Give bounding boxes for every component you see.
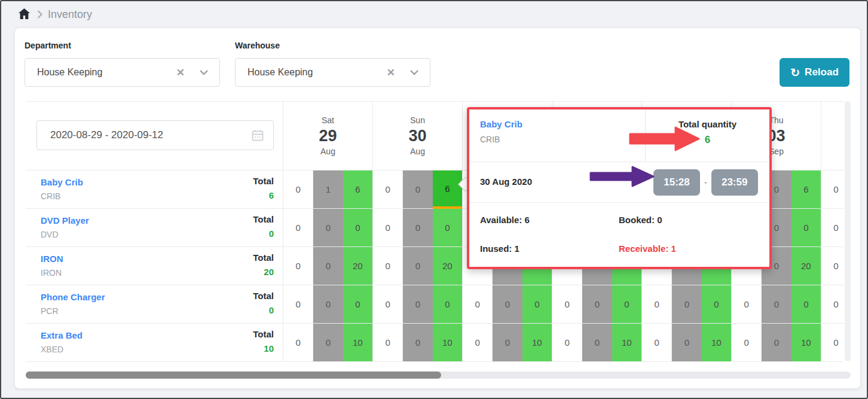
date-range-input[interactable]: 2020-08-29 - 2020-09-12	[36, 120, 274, 150]
inventory-cell[interactable]: 6	[791, 170, 821, 209]
inventory-cell[interactable]: 20	[791, 247, 821, 285]
inventory-cell[interactable]: 0	[403, 209, 432, 247]
inventory-cell[interactable]: 0	[732, 285, 762, 324]
home-icon[interactable]	[18, 8, 30, 20]
inventory-cell[interactable]: 0	[433, 209, 462, 247]
inventory-cell[interactable]: 0	[283, 247, 313, 285]
inventory-cell[interactable]: 10	[343, 324, 372, 362]
inventory-cell[interactable]: 10	[791, 324, 821, 362]
inventory-cell[interactable]: 0	[582, 324, 612, 362]
inventory-cell[interactable]: 0	[552, 285, 582, 324]
clear-icon[interactable]: ✕	[176, 66, 185, 79]
chevron-down-icon[interactable]	[409, 69, 419, 75]
inventory-cell[interactable]: 0	[403, 285, 432, 324]
inventory-cell[interactable]: 10	[433, 324, 462, 362]
inventory-cell[interactable]: 0	[343, 209, 372, 247]
inventory-cell[interactable]: 6	[343, 170, 372, 209]
reload-label: Reload	[805, 66, 839, 78]
item-name-link[interactable]: DVD Player	[41, 215, 89, 226]
inventory-cell[interactable]: 0	[373, 285, 403, 324]
refresh-icon: ↻	[790, 66, 800, 80]
department-select[interactable]: House Keeping ✕	[25, 58, 220, 87]
inventory-cell[interactable]: 0	[433, 285, 462, 324]
inventory-cell[interactable]: 0	[283, 285, 313, 324]
reload-button[interactable]: ↻ Reload	[780, 58, 849, 87]
inventory-cell[interactable]: 0	[821, 247, 843, 285]
item-name-link[interactable]: IRON	[41, 254, 63, 264]
inventory-cell[interactable]: 0	[582, 285, 612, 324]
inventory-cell[interactable]: 0	[373, 324, 403, 362]
inventory-cell[interactable]: 0	[403, 324, 432, 362]
warehouse-select[interactable]: House Keeping ✕	[235, 58, 430, 87]
horizontal-scrollbar-thumb[interactable]	[26, 371, 441, 379]
inventory-cell[interactable]: 0	[642, 285, 672, 324]
popup-item-code: CRIB	[480, 135, 500, 144]
inventory-cell[interactable]: 6	[433, 170, 462, 209]
inventory-cell[interactable]: 0	[403, 170, 432, 209]
item-total-value: 0	[269, 229, 274, 239]
calendar-icon[interactable]	[252, 129, 264, 141]
inventory-cell[interactable]: 1	[313, 170, 343, 209]
inventory-cell[interactable]: 0	[373, 247, 403, 285]
vertical-scrollbar[interactable]	[845, 101, 851, 361]
chevron-down-icon[interactable]	[199, 69, 209, 75]
inventory-cell[interactable]: 0	[672, 324, 701, 362]
grid-row: 016	[283, 170, 372, 209]
clear-icon[interactable]: ✕	[387, 66, 395, 79]
inventory-cell[interactable]: 0	[612, 285, 641, 324]
day-header	[821, 102, 843, 170]
inventory-cell[interactable]: 10	[522, 324, 552, 362]
inventory-cell[interactable]: 0	[463, 324, 493, 362]
inventory-cell[interactable]: 0	[762, 324, 791, 362]
grid-row: 000	[283, 285, 372, 324]
inventory-cell[interactable]: 0	[463, 285, 493, 324]
inventory-cell[interactable]: 0	[672, 285, 701, 324]
inventory-cell[interactable]: 20	[343, 247, 372, 285]
popup-item-link[interactable]: Baby Crib	[480, 119, 522, 129]
inventory-cell[interactable]: 10	[612, 324, 641, 362]
inventory-cell[interactable]: 10	[702, 324, 731, 362]
inventory-cell[interactable]: 0	[791, 209, 821, 247]
inventory-cell[interactable]: 0	[821, 170, 843, 209]
inventory-cell[interactable]: 0	[791, 285, 821, 324]
item-total-label: Total	[253, 176, 274, 186]
inventory-cell[interactable]: 0	[552, 324, 582, 362]
inventory-cell[interactable]: 0	[373, 170, 403, 209]
inventory-cell[interactable]: 0	[313, 324, 343, 362]
inventory-page: Inventory Department House Keeping ✕ War…	[0, 0, 868, 399]
inventory-cell[interactable]: 0	[821, 324, 843, 362]
grid-row: 0020	[373, 247, 462, 285]
inventory-cell[interactable]: 0	[283, 209, 313, 247]
grid-row: 0	[821, 209, 843, 247]
inventory-cell[interactable]: 0	[313, 209, 343, 247]
inventory-cell[interactable]: 0	[762, 285, 791, 324]
inventory-cell[interactable]: 0	[403, 247, 432, 285]
horizontal-scrollbar-track[interactable]	[26, 371, 851, 379]
item-name-link[interactable]: Baby Crib	[41, 177, 83, 187]
time-from-badge: 15:28	[653, 169, 700, 196]
item-name-link[interactable]: Extra Bed	[41, 330, 82, 340]
item-total-label: Total	[253, 329, 274, 339]
inventory-cell[interactable]: 0	[373, 209, 403, 247]
inventory-cell[interactable]: 0	[313, 285, 343, 324]
inventory-cell[interactable]: 20	[433, 247, 462, 285]
day-header: Sun30Aug	[373, 102, 462, 170]
item-total-value: 10	[264, 343, 274, 354]
inventory-cell[interactable]: 0	[493, 324, 522, 362]
inventory-cell[interactable]: 0	[343, 285, 372, 324]
warehouse-label: Warehouse	[235, 41, 280, 50]
inventory-cell[interactable]: 0	[493, 285, 522, 324]
inventory-cell[interactable]: 0	[821, 285, 843, 324]
inventory-cell[interactable]: 0	[732, 324, 762, 362]
inventory-cell[interactable]: 0	[821, 209, 843, 247]
inventory-cell[interactable]: 0	[313, 247, 343, 285]
inventory-cell[interactable]: 0	[702, 285, 731, 324]
grid-row: 0010	[373, 324, 462, 362]
item-name-link[interactable]: Phone Charger	[41, 292, 105, 302]
inventory-cell[interactable]: 0	[522, 285, 552, 324]
item-total-label: Total	[253, 291, 274, 301]
grid-row: 0	[821, 247, 843, 285]
inventory-cell[interactable]: 0	[642, 324, 672, 362]
inventory-cell[interactable]: 0	[283, 324, 313, 362]
inventory-cell[interactable]: 0	[283, 170, 313, 209]
